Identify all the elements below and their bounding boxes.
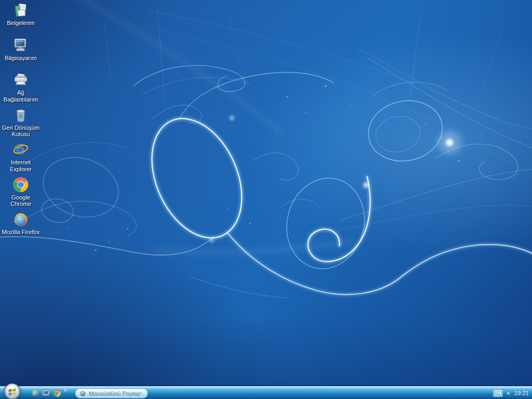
desktop-icon-internet-explorer[interactable]: e Internet Explorer [1,141,41,176]
svg-text:♻: ♻ [19,113,23,119]
language-indicator[interactable]: TR [493,389,502,397]
show-desktop-icon [42,389,51,397]
desktop-icon-geri-donusum-kutusu[interactable]: ♻ Geri Dönüşüm Kutusu [1,106,41,142]
taskbar: » Masaüstünü Paylaş! - ... TR < 19:21 [0,386,532,399]
screen: Belgelerim Bilgisayarım [0,0,532,399]
desktop-icon-label: Bilgisayarım [5,55,37,62]
quicklaunch-show-desktop[interactable] [42,389,51,397]
desktop-icon-list: Belgelerim Bilgisayarım [1,2,41,246]
firefox-icon [79,390,86,397]
desktop-wallpaper: Belgelerim Bilgisayarım [0,0,532,399]
my-documents-icon [12,2,29,19]
firefox-icon [31,389,39,397]
system-tray: TR < 19:21 [493,387,529,399]
desktop-icon-bilgisayarim[interactable]: Bilgisayarım [1,37,41,72]
taskbar-task-button[interactable]: Masaüstünü Paylaş! - ... [75,388,148,398]
desktop-icon-label: Belgelerim [7,20,35,27]
desktop-icon-label: Google Chrome [6,194,36,207]
desktop-icon-label: Mozilla Firefox [2,229,40,236]
firefox-icon [12,211,29,228]
desktop-icon-google-chrome[interactable]: Google Chrome [1,176,41,211]
chrome-icon [12,176,29,193]
quicklaunch-overflow-chevron[interactable]: » [64,387,67,393]
my-computer-icon [12,37,29,54]
chrome-icon [53,389,61,397]
desktop-icon-label: Internet Explorer [5,159,37,172]
desktop-icon-belgelerim[interactable]: Belgelerim [1,2,41,37]
quicklaunch-chrome[interactable] [53,389,61,397]
quicklaunch-firefox[interactable] [31,389,39,397]
desktop-icon-label: Geri Dönüşüm Kutusu [2,124,40,138]
internet-explorer-icon: e [12,142,29,159]
network-connections-icon [12,72,29,89]
desktop-icon-label: Ağ Bağlantılarım [2,89,40,103]
recycle-bin-icon: ♻ [12,106,29,123]
task-button-label: Masaüstünü Paylaş! - ... [89,390,144,397]
desktop-icon-ag-baglantilarim[interactable]: Ağ Bağlantılarım [1,71,41,106]
start-button[interactable] [4,383,21,399]
wallpaper-swirl-art [0,0,532,399]
windows-logo-icon [4,383,21,399]
clock: 19:21 [514,390,529,396]
desktop-icon-mozilla-firefox[interactable]: Mozilla Firefox [1,211,41,246]
tray-collapse-chevron[interactable]: < [507,390,510,396]
